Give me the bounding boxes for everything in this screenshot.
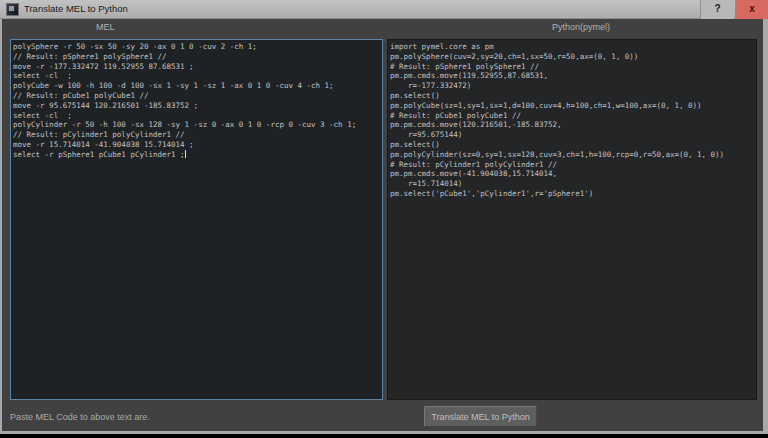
python-code-output[interactable]: import pymel.core as pmpm.polySphere(cuv… xyxy=(387,39,757,400)
code-line: # Result: pCube1 polyCube1 // xyxy=(390,111,754,121)
code-line: // Result: pCylinder1 polyCylinder1 // xyxy=(13,130,380,140)
code-line: pm.select('pCube1','pCylinder1',r='pSphe… xyxy=(390,189,754,199)
code-line: # Result: pCylinder1 polyCylinder1 // xyxy=(390,160,754,170)
app-icon xyxy=(6,3,19,16)
code-line: pm.pm.cmds.move(119.52955,87.68531, xyxy=(390,71,754,81)
code-line: r=-177.332472) xyxy=(390,81,754,91)
code-line: import pymel.core as pm xyxy=(390,42,754,52)
code-line: move -r 15.714014 -41.904038 15.714014 ; xyxy=(13,140,380,150)
mel-pane-label: MEL xyxy=(96,22,115,32)
close-button[interactable]: x xyxy=(735,0,768,19)
code-line: pm.pm.cmds.move(-41.904038,15.714014, xyxy=(390,169,754,179)
help-button[interactable]: ? xyxy=(700,0,734,19)
code-line: pm.pm.cmds.move(120.216501,-185.83752, xyxy=(390,120,754,130)
code-line: # Result: pSphere1 polySphere1 // xyxy=(390,62,754,72)
code-line: move -r 95.675144 120.216501 -185.83752 … xyxy=(13,101,380,111)
window-title: Translate MEL to Python xyxy=(24,3,128,14)
code-line: r=95.675144) xyxy=(390,130,754,140)
mel-code-editor[interactable]: polySphere -r 50 -sx 50 -sy 20 -ax 0 1 0… xyxy=(10,39,383,400)
code-line: polyCube -w 100 -h 100 -d 100 -sx 1 -sy … xyxy=(13,81,380,91)
code-line: select -cl ; xyxy=(13,111,380,121)
code-line: pm.select() xyxy=(390,91,754,101)
code-line: // Result: pCube1 polyCube1 // xyxy=(13,91,380,101)
code-line: pm.select() xyxy=(390,140,754,150)
code-line: select -cl ; xyxy=(13,71,380,81)
window-titlebar[interactable]: Translate MEL to Python ? x xyxy=(0,0,768,19)
code-line: polyCylinder -r 50 -h 100 -sx 128 -sy 1 … xyxy=(13,120,380,130)
code-line: pm.polySphere(cuv=2,sy=20,ch=1,sx=50,r=5… xyxy=(390,52,754,62)
python-pane-label: Python(pymel) xyxy=(552,22,610,32)
code-line: pm.polyCube(sz=1,sy=1,sx=1,d=100,cuv=4,h… xyxy=(390,101,754,111)
translate-button[interactable]: Translate MEL to Python xyxy=(424,406,537,427)
screen: Translate MEL to Python ? x MEL Python(p… xyxy=(0,0,768,438)
code-line: r=15.714014) xyxy=(390,179,754,189)
code-line: polySphere -r 50 -sx 50 -sy 20 -ax 0 1 0… xyxy=(13,42,380,52)
code-line: // Result: pSphere1 polySphere1 // xyxy=(13,52,380,62)
code-line: move -r -177.332472 119.52955 87.68531 ; xyxy=(13,62,380,72)
code-line: pm.polyCylinder(sz=0,sy=1,sx=128,cuv=3,c… xyxy=(390,150,754,160)
code-line: select -r pSphere1 pCube1 pCylinder1 ; xyxy=(13,150,380,160)
footer-hint: Paste MEL Code to above text are. xyxy=(10,412,150,422)
